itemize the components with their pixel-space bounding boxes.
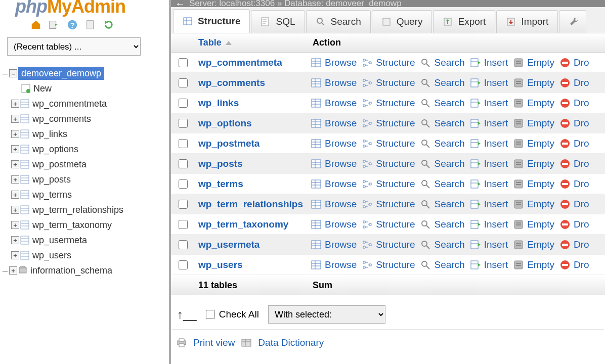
action-insert[interactable]: Insert bbox=[470, 199, 508, 210]
action-empty[interactable]: Empty bbox=[513, 178, 554, 190]
row-checkbox[interactable] bbox=[179, 260, 188, 269]
data-dictionary-link[interactable]: Data Dictionary bbox=[258, 337, 324, 348]
sidebar-new[interactable]: New bbox=[0, 81, 162, 96]
action-structure[interactable]: Structure bbox=[362, 57, 415, 68]
action-search[interactable]: Search bbox=[420, 57, 464, 68]
expand-icon[interactable]: + bbox=[11, 145, 19, 153]
action-insert[interactable]: Insert bbox=[470, 98, 508, 109]
expand-icon[interactable]: + bbox=[11, 236, 19, 244]
collapse-icon[interactable]: – bbox=[9, 69, 17, 77]
with-selected-select[interactable]: With selected: bbox=[268, 305, 385, 324]
action-drop[interactable]: Dro bbox=[559, 57, 589, 68]
table-name-link[interactable]: wp_options bbox=[198, 118, 252, 128]
row-checkbox[interactable] bbox=[179, 139, 188, 148]
action-structure[interactable]: Structure bbox=[362, 259, 415, 270]
expand-icon[interactable]: + bbox=[11, 175, 19, 184]
sidebar-table[interactable]: +wp_users bbox=[0, 248, 162, 263]
home-icon[interactable] bbox=[30, 19, 41, 30]
expand-icon[interactable]: + bbox=[11, 221, 19, 229]
action-search[interactable]: Search bbox=[420, 239, 464, 250]
sidebar-table[interactable]: +wp_comments bbox=[0, 111, 162, 126]
check-all[interactable]: Check All bbox=[206, 309, 259, 320]
action-drop[interactable]: Dro bbox=[559, 239, 589, 250]
row-checkbox[interactable] bbox=[179, 220, 188, 229]
th-table[interactable]: Table bbox=[195, 37, 311, 48]
action-browse[interactable]: Browse bbox=[311, 219, 357, 230]
action-search[interactable]: Search bbox=[420, 77, 464, 88]
tab-export[interactable]: Export bbox=[433, 10, 495, 33]
tab-structure[interactable]: Structure bbox=[173, 9, 250, 33]
action-search[interactable]: Search bbox=[420, 219, 464, 230]
action-search[interactable]: Search bbox=[420, 199, 464, 210]
action-insert[interactable]: Insert bbox=[470, 138, 508, 149]
recent-tables-select[interactable]: (Recent tables) ... bbox=[7, 37, 141, 56]
recent-tables[interactable]: (Recent tables) ... bbox=[7, 37, 141, 56]
action-structure[interactable]: Structure bbox=[362, 98, 415, 109]
action-structure[interactable]: Structure bbox=[362, 77, 415, 88]
action-empty[interactable]: Empty bbox=[513, 199, 554, 210]
row-checkbox[interactable] bbox=[179, 240, 188, 249]
action-browse[interactable]: Browse bbox=[311, 77, 357, 88]
action-drop[interactable]: Dro bbox=[559, 158, 589, 169]
expand-icon[interactable]: + bbox=[11, 160, 19, 168]
action-search[interactable]: Search bbox=[420, 118, 464, 129]
tab-search[interactable]: Search bbox=[306, 10, 371, 33]
table-name-link[interactable]: wp_terms bbox=[198, 178, 243, 189]
table-name-link[interactable]: wp_usermeta bbox=[198, 239, 260, 250]
row-checkbox[interactable] bbox=[179, 58, 188, 67]
row-checkbox[interactable] bbox=[179, 99, 188, 108]
action-insert[interactable]: Insert bbox=[470, 57, 508, 68]
action-search[interactable]: Search bbox=[420, 158, 464, 169]
action-empty[interactable]: Empty bbox=[513, 77, 554, 88]
action-drop[interactable]: Dro bbox=[559, 259, 589, 270]
action-insert[interactable]: Insert bbox=[470, 239, 508, 250]
action-empty[interactable]: Empty bbox=[513, 98, 554, 109]
action-structure[interactable]: Structure bbox=[362, 158, 415, 169]
row-checkbox[interactable] bbox=[179, 119, 188, 128]
action-browse[interactable]: Browse bbox=[311, 118, 357, 129]
table-name-link[interactable]: wp_term_relationships bbox=[198, 199, 303, 209]
action-insert[interactable]: Insert bbox=[470, 259, 508, 270]
table-name-link[interactable]: wp_comments bbox=[198, 77, 265, 88]
expand-icon[interactable]: + bbox=[11, 100, 19, 108]
sidebar-table[interactable]: +wp_term_taxonomy bbox=[0, 217, 162, 233]
action-insert[interactable]: Insert bbox=[470, 178, 508, 190]
action-insert[interactable]: Insert bbox=[470, 118, 508, 129]
tab-sql[interactable]: SQL bbox=[251, 10, 305, 33]
table-name-link[interactable]: wp_commentmeta bbox=[198, 57, 282, 68]
table-name-link[interactable]: wp_users bbox=[198, 259, 243, 270]
action-structure[interactable]: Structure bbox=[362, 239, 415, 250]
action-browse[interactable]: Browse bbox=[311, 199, 357, 210]
table-name-link[interactable]: wp_postmeta bbox=[198, 138, 260, 149]
print-view-link[interactable]: Print view bbox=[193, 337, 235, 348]
tab-import[interactable]: Import bbox=[496, 10, 558, 33]
sidebar-db[interactable]: – – demoveer_demowp bbox=[0, 66, 162, 81]
action-drop[interactable]: Dro bbox=[559, 219, 589, 230]
table-name-link[interactable]: wp_links bbox=[198, 98, 239, 108]
expand-icon[interactable]: + bbox=[9, 266, 17, 275]
nav-back-icon[interactable]: ← bbox=[175, 0, 185, 7]
reload-icon[interactable] bbox=[103, 19, 114, 30]
expand-icon[interactable]: + bbox=[11, 191, 19, 199]
expand-icon[interactable]: + bbox=[11, 130, 19, 138]
sidebar-table[interactable]: +wp_posts bbox=[0, 172, 162, 187]
action-drop[interactable]: Dro bbox=[559, 178, 589, 190]
expand-icon[interactable]: + bbox=[11, 206, 19, 214]
sidebar-table[interactable]: +wp_options bbox=[0, 142, 162, 157]
sidebar-table[interactable]: +wp_usermeta bbox=[0, 233, 162, 248]
action-insert[interactable]: Insert bbox=[470, 219, 508, 230]
sidebar-table[interactable]: +wp_terms bbox=[0, 187, 162, 202]
action-search[interactable]: Search bbox=[420, 178, 464, 190]
row-checkbox[interactable] bbox=[179, 78, 188, 87]
action-browse[interactable]: Browse bbox=[311, 98, 357, 109]
action-browse[interactable]: Browse bbox=[311, 239, 357, 250]
tab-query[interactable]: Query bbox=[372, 10, 433, 33]
action-empty[interactable]: Empty bbox=[513, 239, 554, 250]
help-icon[interactable]: ? bbox=[67, 19, 78, 30]
action-empty[interactable]: Empty bbox=[513, 219, 554, 230]
logout-icon[interactable] bbox=[49, 19, 60, 30]
action-drop[interactable]: Dro bbox=[559, 138, 589, 149]
action-drop[interactable]: Dro bbox=[559, 98, 589, 109]
action-structure[interactable]: Structure bbox=[362, 178, 415, 190]
expand-icon[interactable]: + bbox=[11, 115, 19, 123]
